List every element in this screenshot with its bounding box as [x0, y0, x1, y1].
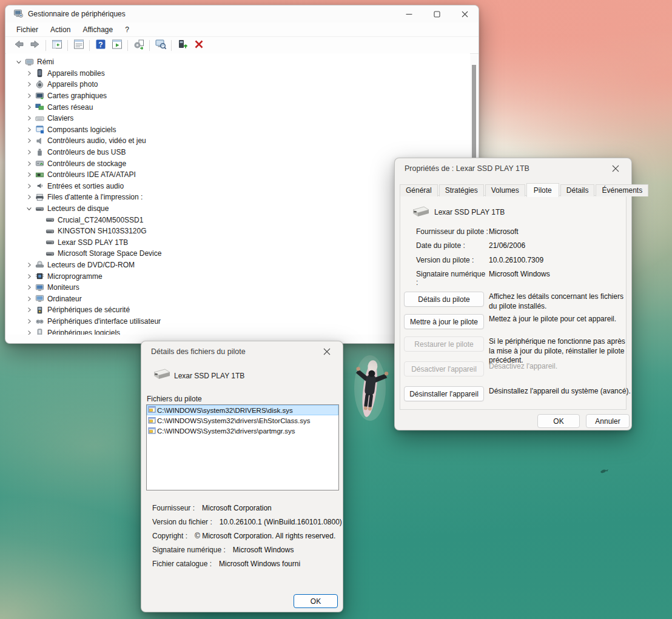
disk-icon [44, 215, 56, 224]
tree-item[interactable]: Cartes graphiques [6, 90, 470, 102]
chevron-down-icon[interactable] [13, 58, 24, 65]
toolbar-enable-device-button[interactable] [174, 38, 190, 53]
dvd-icon [34, 260, 45, 269]
menu-item-?[interactable]: ? [119, 24, 135, 36]
tree-item[interactable]: Rémi [6, 56, 470, 68]
driver-action-row: Détails du piloteAffichez les détails co… [404, 292, 623, 316]
toolbar-update-driver-button[interactable] [130, 38, 147, 53]
tree-item-label: Lexar SSD PLAY 1TB [56, 238, 128, 247]
désactiver-l-appareil-button: Désactiver l'appareil [404, 361, 484, 376]
chevron-right-icon[interactable] [24, 92, 34, 99]
chevron-right-icon[interactable] [24, 115, 34, 122]
tree-item[interactable]: Contrôleurs audio, vidéo et jeu [6, 135, 470, 147]
chevron-right-icon[interactable] [24, 70, 34, 77]
uninstall-device-icon [193, 38, 205, 53]
désinstaller-l-appareil-button[interactable]: Désinstaller l'appareil [404, 386, 484, 401]
field-value: Microsoft Windows [233, 546, 294, 554]
mettre-jour-le-pilote-button[interactable]: Mettre à jour le pilote [404, 314, 484, 329]
dialog-title: Propriétés de : Lexar SSD PLAY 1TB [405, 164, 529, 173]
audio-io-icon [34, 181, 45, 190]
ok-button[interactable]: OK [294, 594, 338, 608]
chevron-right-icon[interactable] [24, 193, 34, 201]
chevron-right-icon[interactable] [24, 171, 34, 178]
toolbar-scan-hardware-button[interactable] [152, 38, 169, 53]
file-path: C:\WINDOWS\System32\drivers\partmgr.sys [157, 427, 295, 435]
tree-item-label: Contrôleurs IDE ATA/ATAPI [45, 170, 136, 179]
toolbar-separator [149, 40, 150, 51]
file-info-row: Fournisseur :Microsoft Corporation [152, 504, 342, 518]
driver-info-row: Fournisseur du pilote :Microsoft [416, 227, 550, 241]
driver-file-item[interactable]: C:\WINDOWS\System32\drivers\EhStorClass.… [147, 415, 338, 426]
chevron-right-icon[interactable] [24, 329, 34, 335]
tab-volumes[interactable]: Volumes [485, 184, 525, 196]
chevron-right-icon[interactable] [24, 137, 34, 144]
chevron-right-icon[interactable] [24, 182, 34, 190]
maximize-button[interactable] [423, 5, 451, 22]
chevron-right-icon[interactable] [24, 295, 34, 303]
tab-général[interactable]: Général [400, 184, 438, 196]
driver-action-row: Désactiver l'appareilDésactivez l'appare… [404, 361, 623, 386]
ok-button[interactable]: OK [537, 414, 580, 428]
driver-files-titlebar[interactable]: Détails des fichiers du pilote [141, 341, 343, 362]
chevron-right-icon[interactable] [24, 284, 34, 291]
disk-icon [44, 238, 56, 247]
tree-item-label: Contrôleurs de bus USB [45, 148, 126, 156]
toolbar-properties-button[interactable] [70, 38, 87, 53]
chevron-right-icon[interactable] [24, 273, 34, 280]
file-info-row: Signataire numérique :Microsoft Windows [152, 546, 342, 560]
close-icon[interactable] [606, 160, 625, 177]
close-icon[interactable] [317, 343, 337, 360]
chevron-right-icon[interactable] [24, 126, 34, 133]
tree-item[interactable]: Cartes réseau [6, 101, 470, 113]
tree-item-label: Appareils photo [45, 80, 98, 89]
field-label: Date du pilote : [416, 241, 489, 250]
action-pane-icon [111, 38, 123, 53]
tab-pilote[interactable]: Pilote [526, 183, 559, 197]
storage-icon [34, 159, 45, 168]
action-description: Désactivez l'appareil. [489, 362, 632, 372]
tree-item[interactable]: Appareils mobiles [6, 68, 470, 79]
properties-titlebar[interactable]: Propriétés de : Lexar SSD PLAY 1TB [395, 158, 631, 179]
toolbar-help-button[interactable]: ? [92, 38, 109, 53]
toolbar-forward-button[interactable] [27, 38, 43, 53]
chevron-right-icon[interactable] [24, 261, 34, 269]
tree-item-label: Composants logiciels [45, 125, 116, 134]
cancel-button[interactable]: Annuler [586, 414, 630, 428]
disk-drive-icon [410, 204, 431, 223]
driver-file-item[interactable]: C:\WINDOWS\System32\drivers\partmgr.sys [147, 426, 338, 437]
menu-item-action[interactable]: Action [44, 24, 76, 36]
toolbar-console-tree-button[interactable] [49, 38, 65, 53]
close-button[interactable] [451, 5, 479, 22]
tab-détails[interactable]: Détails [560, 184, 595, 196]
chevron-right-icon[interactable] [24, 149, 34, 156]
minimize-button[interactable] [395, 5, 423, 22]
chevron-right-icon[interactable] [24, 81, 34, 88]
chevron-down-icon[interactable] [24, 205, 34, 212]
tree-item[interactable]: Claviers [6, 113, 470, 124]
menu-item-fichier[interactable]: Fichier [10, 24, 44, 36]
action-description: Mettez à jour le pilote pour cet apparei… [489, 315, 632, 324]
tree-item[interactable]: Appareils photo [6, 79, 470, 90]
tree-item[interactable]: Contrôleurs de bus USB [6, 147, 470, 158]
chevron-right-icon[interactable] [24, 104, 34, 111]
chevron-right-icon[interactable] [24, 306, 34, 313]
chevron-right-icon[interactable] [24, 160, 34, 167]
field-label: Signataire numérique : [416, 270, 489, 287]
tab-stratégies[interactable]: Stratégies [439, 184, 484, 196]
tree-item[interactable]: Composants logiciels [6, 124, 470, 136]
tree-item-label: Périphériques de sécurité [45, 306, 130, 314]
field-value: Microsoft Windows [489, 270, 550, 278]
fish-silhouette [598, 467, 609, 477]
toolbar-uninstall-device-button[interactable] [190, 38, 207, 53]
driver-files-listbox: C:\WINDOWS\system32\DRIVERS\disk.sysC:\W… [146, 404, 339, 490]
device-manager-titlebar[interactable]: Gestionnaire de périphériques [5, 5, 479, 22]
file-info-row: Fichier catalogue :Microsoft Windows fou… [152, 560, 342, 574]
help-icon: ? [95, 38, 107, 53]
tab-événements[interactable]: Événements [596, 184, 648, 196]
toolbar-action-pane-button[interactable] [109, 38, 125, 53]
détails-du-pilote-button[interactable]: Détails du pilote [404, 292, 484, 307]
driver-file-item[interactable]: C:\WINDOWS\system32\DRIVERS\disk.sys [147, 405, 338, 415]
chevron-right-icon[interactable] [24, 318, 34, 325]
toolbar-back-button[interactable] [10, 38, 27, 53]
menu-item-affichage[interactable]: Affichage [76, 24, 119, 36]
